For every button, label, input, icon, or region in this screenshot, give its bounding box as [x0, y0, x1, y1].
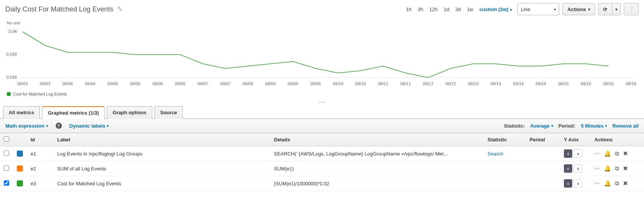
- svg-text:09/08: 09/08: [243, 81, 253, 86]
- yaxis-left-button[interactable]: ‹: [564, 179, 572, 188]
- chevron-down-icon: ▾: [554, 7, 556, 11]
- ytick-2: 0.038: [6, 75, 17, 79]
- range-1w[interactable]: 1w: [465, 5, 476, 14]
- bell-icon[interactable]: 🔔: [604, 150, 611, 157]
- svg-text:09/14: 09/14: [536, 81, 546, 86]
- row-checkbox[interactable]: [4, 165, 9, 171]
- svg-text:09/09: 09/09: [288, 81, 298, 86]
- actions-button[interactable]: Actions ▾: [562, 3, 595, 15]
- refresh-dropdown-button[interactable]: ▾: [612, 3, 621, 15]
- range-1h[interactable]: 1h: [404, 5, 414, 14]
- series-color-swatch[interactable]: [17, 151, 23, 157]
- svg-text:09/14: 09/14: [513, 81, 524, 86]
- pulse-icon[interactable]: 〰: [594, 151, 600, 157]
- actions-label: Actions: [567, 6, 586, 12]
- tab-source[interactable]: Source: [155, 106, 183, 119]
- row-statistic: [484, 176, 526, 191]
- legend-label: Cost for Matched Log Events: [13, 92, 67, 96]
- remove-all-link[interactable]: Remove all: [612, 123, 639, 129]
- dynamic-labels-label: Dynamic labels: [69, 123, 106, 129]
- chevron-down-icon: ▾: [588, 7, 590, 11]
- th-statistic: Statistic: [484, 133, 526, 146]
- refresh-icon: ⟳: [603, 6, 607, 12]
- chart-type-value: Line: [521, 6, 530, 12]
- th-actions: Actions: [591, 133, 644, 146]
- chart-type-select[interactable]: Line ▾: [517, 3, 559, 15]
- resize-handle[interactable]: •••: [0, 99, 644, 106]
- bell-icon[interactable]: 🔔: [604, 180, 611, 187]
- range-12h[interactable]: 12h: [427, 5, 440, 14]
- math-expression-label: Math expression: [5, 123, 45, 129]
- row-label[interactable]: Log Events in /vpc/floglog/ Log Groups: [53, 146, 270, 161]
- tab-all-metrics[interactable]: All metrics: [3, 106, 40, 119]
- ytick-0: 0.04: [9, 29, 17, 34]
- chevron-down-icon: ▾: [551, 124, 553, 128]
- help-icon[interactable]: ?: [56, 123, 62, 129]
- svg-text:09/11: 09/11: [378, 81, 388, 86]
- period-value: 5 Minutes: [581, 123, 604, 129]
- yaxis-right-button[interactable]: ›: [574, 164, 582, 173]
- row-details[interactable]: SUM(e1): [270, 161, 484, 176]
- bell-icon[interactable]: 🔔: [604, 165, 611, 172]
- dynamic-labels-link[interactable]: Dynamic labels▾: [69, 123, 109, 129]
- remove-icon[interactable]: ✖: [623, 150, 628, 157]
- refresh-button-group: ⟳ ▾: [598, 3, 621, 15]
- line-chart[interactable]: 0.04 0.039 0.038 09/0309/0309/0409/0409/…: [5, 26, 639, 91]
- th-id: Id: [27, 133, 53, 146]
- range-3h[interactable]: 3h: [415, 5, 425, 14]
- row-checkbox[interactable]: [4, 151, 9, 156]
- row-details[interactable]: SEARCH(' {AWS/Logs, LogGroupName} LogGro…: [270, 146, 484, 161]
- refresh-button[interactable]: ⟳: [598, 3, 612, 15]
- row-statistic[interactable]: Search: [484, 146, 526, 161]
- metrics-table: Id Label Details Statistic Period Y Axis…: [0, 133, 644, 191]
- statistic-select[interactable]: Average▾: [530, 123, 553, 129]
- svg-text:09/06: 09/06: [153, 81, 163, 86]
- svg-text:09/13: 09/13: [468, 81, 479, 86]
- yaxis-left-button[interactable]: ‹: [564, 164, 572, 173]
- chevron-down-icon: ▾: [605, 124, 607, 128]
- svg-text:09/05: 09/05: [108, 81, 118, 86]
- range-custom[interactable]: custom (2w) ▾: [477, 5, 515, 14]
- series-line: [23, 32, 609, 78]
- chart-legend[interactable]: Cost for Matched Log Events: [5, 91, 639, 97]
- remove-icon[interactable]: ✖: [623, 180, 628, 187]
- row-details[interactable]: (SUM(e1)/1000000)*0.02: [270, 176, 484, 191]
- legend-swatch: [7, 92, 11, 96]
- help-button[interactable]: ❔: [624, 3, 639, 15]
- table-row: e2SUM of all Log EventsSUM(e1)‹›〰🔔⧉✖: [0, 161, 644, 176]
- svg-text:09/16: 09/16: [626, 81, 636, 86]
- range-3d[interactable]: 3d: [453, 5, 463, 14]
- svg-text:09/07: 09/07: [198, 81, 208, 86]
- pencil-icon[interactable]: ✎: [117, 5, 123, 13]
- svg-text:09/05: 09/05: [130, 81, 141, 86]
- table-row: e3Cost for Matched Log Events(SUM(e1)/10…: [0, 176, 644, 191]
- remove-icon[interactable]: ✖: [623, 165, 628, 172]
- range-1d[interactable]: 1d: [441, 5, 451, 14]
- duplicate-icon[interactable]: ⧉: [615, 150, 619, 157]
- row-label[interactable]: Cost for Matched Log Events: [53, 176, 270, 191]
- svg-text:09/07: 09/07: [220, 81, 231, 86]
- duplicate-icon[interactable]: ⧉: [615, 165, 619, 172]
- series-color-swatch[interactable]: [17, 180, 23, 186]
- select-all-checkbox[interactable]: [4, 136, 9, 142]
- row-checkbox[interactable]: [4, 180, 9, 186]
- pulse-icon[interactable]: 〰: [594, 180, 600, 187]
- svg-text:09/03: 09/03: [40, 81, 50, 86]
- svg-text:09/15: 09/15: [558, 81, 569, 86]
- duplicate-icon[interactable]: ⧉: [615, 180, 619, 187]
- x-axis-ticks: 09/0309/0309/0409/0409/0509/0509/0609/06…: [17, 81, 636, 86]
- series-color-swatch[interactable]: [17, 165, 23, 172]
- yaxis-right-button[interactable]: ›: [574, 179, 582, 188]
- yaxis-left-button[interactable]: ‹: [564, 149, 572, 158]
- math-expression-link[interactable]: Math expression▾: [5, 123, 48, 129]
- tab-graphed-metrics[interactable]: Graphed metrics (1/3): [42, 106, 105, 119]
- th-details: Details: [270, 133, 484, 146]
- pulse-icon[interactable]: 〰: [594, 165, 600, 172]
- tab-graph-options[interactable]: Graph options: [107, 106, 152, 119]
- row-label[interactable]: SUM of all Log Events: [53, 161, 270, 176]
- th-period: Period: [526, 133, 560, 146]
- svg-text:09/09: 09/09: [310, 81, 321, 86]
- yaxis-right-button[interactable]: ›: [574, 149, 582, 158]
- period-select[interactable]: 5 Minutes▾: [581, 123, 607, 129]
- svg-text:09/12: 09/12: [446, 81, 456, 86]
